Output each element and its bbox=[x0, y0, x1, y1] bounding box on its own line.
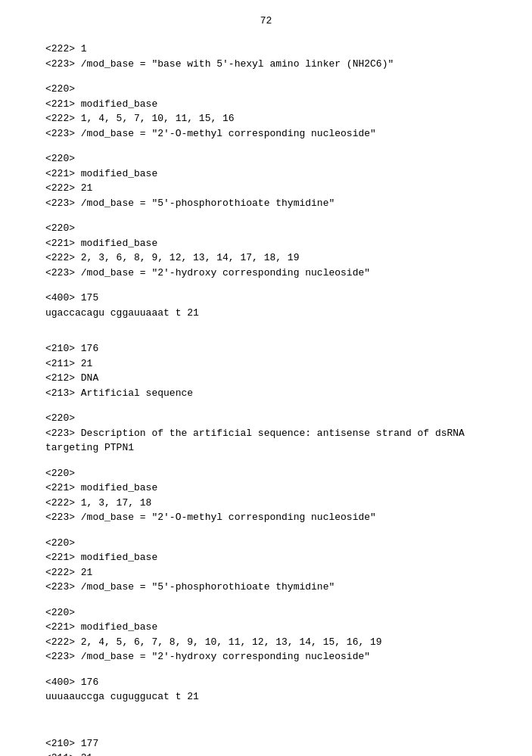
block-220-group2: <220> <221> modified_base <222> 21 <223>… bbox=[45, 151, 487, 210]
block-210-177: <210> 177 <211> 21 <212> DNA <213> Artif… bbox=[45, 736, 487, 757]
block-220-desc1: <220> <223> Description of the artificia… bbox=[45, 411, 487, 456]
block-220-mod2: <220> <221> modified_base <222> 21 <223>… bbox=[45, 536, 487, 595]
page-number: 72 bbox=[45, 15, 487, 26]
document-content: <222> 1 <223> /mod_base = "base with 5'-… bbox=[45, 42, 487, 756]
block-210-176: <210> 176 <211> 21 <212> DNA <213> Artif… bbox=[45, 341, 487, 400]
block-222-1: <222> 1 <223> /mod_base = "base with 5'-… bbox=[45, 42, 487, 71]
block-220-group3: <220> <221> modified_base <222> 2, 3, 6,… bbox=[45, 221, 487, 280]
block-220-group1: <220> <221> modified_base <222> 1, 4, 5,… bbox=[45, 82, 487, 141]
block-220-mod1: <220> <221> modified_base <222> 1, 3, 17… bbox=[45, 466, 487, 525]
block-220-mod3: <220> <221> modified_base <222> 2, 4, 5,… bbox=[45, 605, 487, 664]
block-400-176: <400> 176 uuuaauccga cuguggucat t 21 bbox=[45, 675, 487, 705]
block-400-175: <400> 175 ugaccacagu cggauuaaat t 21 bbox=[45, 291, 487, 320]
